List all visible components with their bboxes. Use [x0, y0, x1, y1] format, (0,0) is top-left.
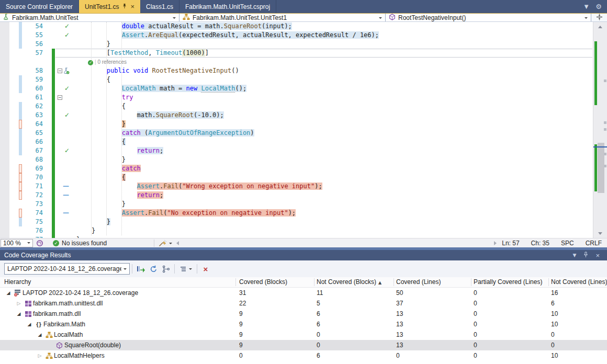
tab-source-control-explorer[interactable]: Source Control Explorer — [0, 0, 79, 13]
code-line[interactable]: 76 } — [0, 226, 607, 235]
breakpoint-margin[interactable] — [0, 49, 9, 58]
coverage-row-localmath[interactable]: ◢LocalMath901300 — [0, 329, 607, 340]
column-divider[interactable] — [548, 278, 549, 286]
code-lens-row[interactable]: ✓ | 0 references — [0, 58, 607, 66]
coverage-row-laptop-2022-10-24-18-12-26-coverage[interactable]: ◢LAPTOP 2022-10-24 18_12_26.coverage3111… — [0, 288, 607, 298]
coverage-row-fabrikam-math[interactable]: ◢{ }Fabrikam.Math9613010 — [0, 319, 607, 329]
tab-unittest1-cs[interactable]: UnitTest1.cs× — [79, 0, 140, 13]
code-lens-references[interactable]: 0 references — [97, 59, 127, 65]
breakpoint-margin[interactable] — [0, 129, 9, 138]
expander-expanded-icon[interactable]: ◢ — [4, 290, 13, 295]
code-line[interactable]: 60✓ LocalMath math = new LocalMath(); — [0, 84, 607, 93]
breakpoint-margin[interactable] — [0, 226, 9, 235]
chevron-down-icon[interactable]: ▼ — [584, 4, 589, 9]
code-line[interactable]: 62 { — [0, 102, 607, 111]
collapse-toggle-icon[interactable]: − — [58, 69, 62, 73]
scroll-left-icon[interactable] — [176, 241, 179, 245]
code-line[interactable]: 65 catch (ArgumentOutOfRangeException) — [0, 129, 607, 138]
code-line[interactable]: 71— Assert.Fail("Wrong exception on nega… — [0, 182, 607, 191]
gear-icon[interactable]: ⚙ — [595, 3, 602, 10]
code-line[interactable]: 64 } — [0, 120, 607, 129]
zoom-dropdown[interactable]: 100 % — [1, 239, 33, 247]
breakpoint-margin[interactable] — [0, 84, 9, 93]
code-line[interactable]: 69 catch — [0, 164, 607, 173]
expander-collapsed-icon[interactable]: ▷ — [15, 301, 23, 306]
intellicode-icon[interactable] — [36, 240, 43, 247]
code-line[interactable]: 54✓ double actualResult = math.SquareRoo… — [0, 22, 607, 31]
coverage-file-dropdown[interactable]: LAPTOP 2022-10-24 18_12_26.coverage — [4, 263, 130, 275]
breakpoint-margin[interactable] — [0, 58, 9, 66]
breakpoint-margin[interactable] — [0, 102, 9, 111]
scrollbar-thumb[interactable] — [598, 143, 604, 193]
member-dropdown[interactable]: RootTestNegativeInput() — [386, 14, 591, 21]
spaces-indicator[interactable]: SPC — [561, 240, 574, 247]
code-line[interactable]: 57 [TestMethod, Timeout(1000)] — [0, 49, 607, 58]
code-line[interactable]: 70 { — [0, 173, 607, 182]
pin-icon[interactable] — [122, 3, 127, 10]
code-line[interactable]: 75 } — [0, 218, 607, 226]
editor-horizontal-scrollbar[interactable] — [176, 240, 497, 247]
breakpoint-margin[interactable] — [0, 138, 9, 146]
column-header-covered-blocks[interactable]: Covered (Blocks) — [239, 277, 287, 287]
breakpoint-margin[interactable] — [0, 209, 9, 218]
code-editor[interactable]: 54✓ double actualResult = math.SquareRoo… — [0, 22, 607, 238]
view-options-button[interactable] — [177, 263, 195, 275]
breakpoint-margin[interactable] — [0, 155, 9, 164]
breakpoint-margin[interactable] — [0, 191, 9, 200]
type-dropdown[interactable]: Fabrikam.Math.UnitTest.UnitTest1 — [179, 14, 386, 21]
breakpoint-margin[interactable] — [0, 93, 9, 102]
breakpoint-margin[interactable] — [0, 40, 9, 49]
column-divider[interactable] — [394, 278, 394, 286]
breakpoint-margin[interactable] — [0, 111, 9, 120]
code-line[interactable]: 66 { — [0, 138, 607, 146]
column-header-not-covered-lines[interactable]: Not Covered (Lines) — [551, 277, 607, 287]
import-results-button[interactable] — [147, 263, 160, 275]
coverage-row-localmathhelpers[interactable]: ▷LocalMathHelpers060010 — [0, 350, 607, 361]
code-line[interactable]: 67✓ return; — [0, 146, 607, 155]
breakpoint-margin[interactable] — [0, 164, 9, 173]
close-icon[interactable]: × — [130, 3, 134, 10]
column-divider[interactable] — [314, 278, 314, 286]
remove-coverage-button[interactable]: × — [199, 263, 212, 275]
code-line[interactable]: 61− try — [0, 93, 607, 102]
coverage-row-fabrikam-math-unittest-dll[interactable]: ▷fabrikam.math.unittest.dll2253706 — [0, 298, 607, 309]
breakpoint-margin[interactable] — [0, 218, 9, 226]
split-editor-handle[interactable] — [591, 14, 607, 21]
breakpoint-margin[interactable] — [0, 22, 9, 31]
column-divider[interactable] — [235, 278, 236, 286]
column-header-not-covered-blocks[interactable]: Not Covered (Blocks)▲ — [317, 277, 381, 288]
column-header-covered-lines[interactable]: Covered (Lines) — [396, 277, 441, 287]
breakpoint-margin[interactable] — [0, 66, 9, 75]
breakpoint-margin[interactable] — [0, 182, 9, 191]
expander-expanded-icon[interactable]: ◢ — [25, 322, 33, 327]
breakpoint-margin[interactable] — [0, 120, 9, 129]
chevron-down-icon[interactable] — [169, 243, 172, 246]
close-icon[interactable]: × — [595, 252, 600, 259]
pin-icon[interactable] — [583, 252, 589, 259]
scroll-right-icon[interactable] — [494, 241, 497, 245]
expander-expanded-icon[interactable]: ◢ — [15, 311, 23, 316]
code-cleanup-broom-icon[interactable] — [159, 240, 167, 247]
coverage-row-fabrikam-math-dll[interactable]: ◢fabrikam.math.dll9613010 — [0, 309, 607, 319]
scroll-down-icon[interactable] — [593, 229, 607, 237]
merge-results-button[interactable] — [160, 263, 172, 275]
breakpoint-margin[interactable] — [0, 173, 9, 182]
breakpoint-margin[interactable] — [0, 200, 9, 209]
column-indicator[interactable]: Ch: 35 — [531, 240, 549, 247]
code-line[interactable]: 58− public void RootTestNegativeInput() — [0, 66, 607, 75]
code-line[interactable]: 63✓ math.SquareRoot(-10.0); — [0, 111, 607, 120]
code-line[interactable]: 73 } — [0, 200, 607, 209]
collapse-toggle-icon[interactable]: − — [58, 95, 62, 100]
coverage-row-squareroot-double[interactable]: SquareRoot(double)901300 — [0, 340, 607, 350]
code-line[interactable]: 56 } — [0, 40, 607, 49]
code-line[interactable]: 68 } — [0, 155, 607, 164]
scroll-up-icon[interactable] — [593, 22, 607, 31]
coverage-panel-title-bar[interactable]: Code Coverage Results ▼ × — [0, 250, 607, 260]
code-line[interactable]: 55✓ Assert.AreEqual(expectedResult, actu… — [0, 31, 607, 40]
code-line[interactable]: 59 { — [0, 75, 607, 84]
line-indicator[interactable]: Ln: 57 — [502, 240, 519, 247]
column-header-partially-covered-lines[interactable]: Partially Covered (Lines) — [474, 277, 542, 287]
code-line[interactable]: 74— Assert.Fail("No exception on negativ… — [0, 209, 607, 218]
breakpoint-margin[interactable] — [0, 31, 9, 40]
show-coverage-coloring-button[interactable] — [134, 263, 147, 275]
